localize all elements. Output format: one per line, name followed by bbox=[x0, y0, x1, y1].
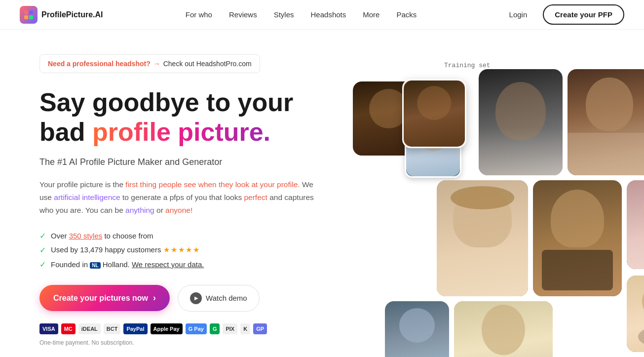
demo-label: Watch demo bbox=[206, 294, 247, 302]
training-set-label: Training set bbox=[444, 62, 491, 69]
navbar-actions: Login Create your PFP bbox=[499, 4, 624, 25]
check-icon-2: ✓ bbox=[39, 245, 46, 255]
desc-highlight-3: perfect bbox=[244, 193, 267, 201]
feature-styles: ✓ Over 350 styles to choose from bbox=[39, 231, 326, 240]
create-pictures-label: Create your pictures now bbox=[53, 294, 148, 303]
svg-rect-1 bbox=[29, 10, 33, 14]
portrait-5 bbox=[627, 180, 644, 269]
logo[interactable]: ProfilePicture.AI bbox=[20, 6, 103, 24]
portrait-1 bbox=[479, 69, 563, 175]
google-pay-icon: G Pay bbox=[186, 323, 207, 334]
mastercard-icon: MC bbox=[61, 323, 76, 334]
left-column: Need a professional headshot? → Check ou… bbox=[39, 54, 326, 351]
portrait-3 bbox=[437, 180, 528, 296]
banner-link: Check out HeadshotPro.com bbox=[163, 60, 252, 68]
portrait-7 bbox=[454, 301, 553, 357]
nav-headshots[interactable]: Headshots bbox=[304, 6, 353, 23]
right-column: Training set ↙ bbox=[345, 54, 624, 351]
svg-rect-2 bbox=[24, 15, 28, 19]
styles-link[interactable]: 350 styles bbox=[69, 232, 103, 240]
paypal-icon: PayPal bbox=[123, 323, 147, 334]
image-collage: Training set ↙ bbox=[345, 54, 624, 351]
heading-line1: Say goodbye to your bbox=[39, 88, 293, 117]
star-rating: ★★★★★ bbox=[163, 245, 200, 254]
desc-highlight-4: anything bbox=[125, 206, 154, 214]
nav-reviews[interactable]: Reviews bbox=[222, 6, 264, 23]
ideal-icon: iDEAL bbox=[78, 323, 101, 334]
navbar: ProfilePicture.AI For who Reviews Styles… bbox=[0, 0, 644, 30]
stripe-icon: GP bbox=[253, 323, 267, 334]
create-pfp-button[interactable]: Create your PFP bbox=[543, 4, 624, 25]
svg-rect-0 bbox=[24, 10, 28, 14]
portrait-2 bbox=[568, 69, 644, 175]
privacy-link[interactable]: We respect your data. bbox=[132, 260, 204, 269]
visa-icon: VISA bbox=[39, 323, 58, 334]
desc-highlight-2: artificial intelligence bbox=[54, 193, 120, 201]
apple-pay-icon: Apple Pay bbox=[151, 323, 183, 334]
hero-heading: Say goodbye to your bad profile picture. bbox=[39, 88, 326, 147]
nav-packs[interactable]: Packs bbox=[389, 6, 423, 23]
heading-line2-plain: bad bbox=[39, 118, 92, 146]
heading-gradient: profile picture. bbox=[92, 118, 270, 146]
bancontact-icon: BCT bbox=[104, 323, 121, 334]
nav-more[interactable]: More bbox=[356, 6, 386, 23]
main-content: Need a professional headshot? → Check ou… bbox=[0, 30, 644, 357]
desc-highlight-5: anyone! bbox=[165, 206, 192, 214]
portrait-8 bbox=[627, 276, 644, 352]
training-photo-main bbox=[402, 79, 466, 148]
portrait-6 bbox=[385, 301, 449, 357]
hero-subheading: The #1 AI Profile Picture Maker and Gene… bbox=[39, 157, 326, 167]
promo-banner[interactable]: Need a professional headshot? → Check ou… bbox=[39, 54, 260, 73]
payment-note: One-time payment. No subscription. bbox=[39, 339, 326, 346]
cta-row: Create your pictures now › ▶ Watch demo bbox=[39, 285, 326, 312]
desc-highlight-1: first thing people see when they look at… bbox=[125, 180, 300, 189]
logo-icon bbox=[20, 6, 38, 24]
nav-styles[interactable]: Styles bbox=[267, 6, 301, 23]
feature-customers: ✓ Used by 13,479 happy customers ★★★★★ bbox=[39, 245, 326, 255]
pix-icon: PIX bbox=[223, 323, 237, 334]
nav-for-who[interactable]: For who bbox=[179, 6, 219, 23]
payment-icons: VISA MC iDEAL BCT PayPal Apple Pay G Pay… bbox=[39, 323, 326, 334]
gcash-icon: G bbox=[210, 323, 220, 334]
play-triangle-icon: ▶ bbox=[194, 295, 198, 301]
hero-description: Your profile picture is the first thing … bbox=[39, 178, 326, 217]
svg-rect-3 bbox=[29, 15, 33, 19]
feature-founded: ✓ Founded in NL Holland. We respect your… bbox=[39, 260, 326, 269]
nl-flag: NL bbox=[90, 262, 100, 269]
check-icon-1: ✓ bbox=[39, 231, 46, 240]
login-button[interactable]: Login bbox=[499, 6, 537, 23]
klarna-icon: K bbox=[240, 323, 250, 334]
watch-demo-button[interactable]: ▶ Watch demo bbox=[178, 285, 260, 312]
nav-links: For who Reviews Styles Headshots More Pa… bbox=[179, 6, 424, 23]
create-pictures-button[interactable]: Create your pictures now › bbox=[39, 285, 170, 311]
features-list: ✓ Over 350 styles to choose from ✓ Used … bbox=[39, 231, 326, 269]
check-icon-3: ✓ bbox=[39, 260, 46, 269]
play-circle-icon: ▶ bbox=[190, 292, 202, 304]
portrait-4 bbox=[533, 180, 622, 296]
banner-highlight: Need a professional headshot? bbox=[48, 60, 151, 68]
logo-text: ProfilePicture.AI bbox=[41, 10, 103, 19]
cta-arrow-icon: › bbox=[153, 293, 156, 303]
banner-arrow: → bbox=[153, 60, 160, 68]
